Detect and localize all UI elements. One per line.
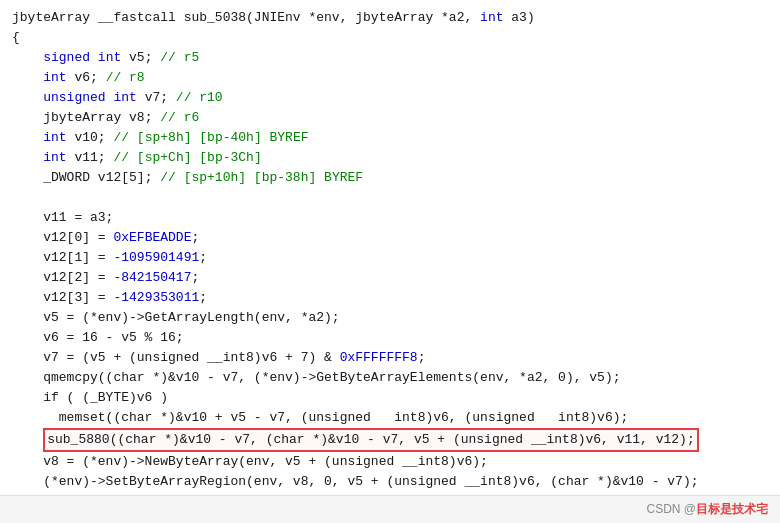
code-container: jbyteArray __fastcall sub_5038(JNIEnv *e…: [0, 0, 780, 495]
code-line-5: unsigned int v7; // r10: [12, 88, 768, 108]
code-line-21: memset((char *)&v10 + v5 - v7, (unsigned…: [12, 408, 768, 428]
code-line-20: if ( (_BYTE)v6 ): [12, 388, 768, 408]
code-line-19: qmemcpy((char *)&v10 - v7, (*env)->GetBy…: [12, 368, 768, 388]
code-line-1: jbyteArray __fastcall sub_5038(JNIEnv *e…: [12, 8, 768, 28]
code-line-24: (*env)->SetByteArrayRegion(env, v8, 0, v…: [12, 472, 768, 492]
code-line-11: v11 = a3;: [12, 208, 768, 228]
code-line-22: sub_5880((char *)&v10 - v7, (char *)&v10…: [12, 428, 768, 452]
code-line-4: int v6; // r8: [12, 68, 768, 88]
code-line-6: jbyteArray v8; // r6: [12, 108, 768, 128]
code-line-16: v5 = (*env)->GetArrayLength(env, *a2);: [12, 308, 768, 328]
code-line-23: v8 = (*env)->NewByteArray(env, v5 + (uns…: [12, 452, 768, 472]
code-line-15: v12[3] = -1429353011;: [12, 288, 768, 308]
code-line-13: v12[1] = -1095901491;: [12, 248, 768, 268]
code-line-2: {: [12, 28, 768, 48]
code-line-3: signed int v5; // r5: [12, 48, 768, 68]
code-line-14: v12[2] = -842150417;: [12, 268, 768, 288]
code-line-8: int v11; // [sp+Ch] [bp-3Ch]: [12, 148, 768, 168]
boxed-call: sub_5880((char *)&v10 - v7, (char *)&v10…: [43, 428, 699, 452]
code-line-18: v7 = (v5 + (unsigned __int8)v6 + 7) & 0x…: [12, 348, 768, 368]
code-line-25: return v8;: [12, 492, 768, 495]
code-line-7: int v10; // [sp+8h] [bp-40h] BYREF: [12, 128, 768, 148]
footer-brand-prefix: CSDN @: [646, 502, 696, 516]
footer: CSDN @目标是技术宅: [0, 495, 780, 523]
footer-brand-name: 目标是技术宅: [696, 502, 768, 516]
code-line-9: _DWORD v12[5]; // [sp+10h] [bp-38h] BYRE…: [12, 168, 768, 188]
code-line-17: v6 = 16 - v5 % 16;: [12, 328, 768, 348]
footer-text: CSDN @目标是技术宅: [646, 501, 768, 518]
code-line-10: [12, 188, 768, 208]
code-line-12: v12[0] = 0xEFBEADDE;: [12, 228, 768, 248]
